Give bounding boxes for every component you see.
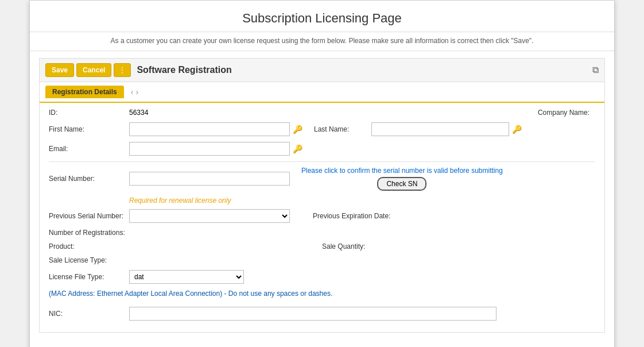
- tab-bar: Registration Details ‹ ›: [40, 82, 604, 103]
- check-sn-section: Please click to confirm the serial numbe…: [301, 167, 503, 191]
- prev-serial-select[interactable]: [129, 209, 290, 223]
- num-registrations-label: Number of Registrations:: [49, 229, 130, 237]
- page-subtitle: As a customer you can create your own li…: [30, 32, 614, 51]
- email-label: Email:: [49, 145, 129, 153]
- tab-prev-button[interactable]: ‹: [131, 87, 134, 97]
- tab-nav: ‹ ›: [131, 87, 138, 97]
- divider1: [49, 161, 595, 162]
- id-left: ID: 56334: [49, 109, 148, 117]
- license-file-type-select[interactable]: dat: [129, 270, 244, 284]
- expand-icon[interactable]: ⧉: [592, 65, 599, 75]
- num-registrations-row: Number of Registrations:: [49, 229, 595, 237]
- nic-label: NIC:: [49, 310, 129, 318]
- license-file-type-label: License File Type:: [49, 273, 129, 281]
- sale-license-type-label: Sale License Type:: [49, 256, 129, 264]
- license-file-row: License File Type: dat: [49, 270, 595, 284]
- mac-note-row: (MAC Address: Ethernet Adapter Local Are…: [49, 290, 595, 301]
- sale-quantity-label: Sale Quantity:: [322, 242, 402, 250]
- prev-expiry-label: Previous Expiration Date:: [301, 212, 395, 220]
- name-row: First Name: 🔑 Last Name: 🔑: [49, 122, 595, 136]
- page-wrapper: Subscription Licensing Page As a custome…: [29, 0, 615, 347]
- prev-serial-label: Previous Serial Number:: [49, 212, 129, 220]
- nic-input[interactable]: [129, 307, 496, 321]
- serial-number-label: Serial Number:: [49, 175, 129, 183]
- page-title: Subscription Licensing Page: [30, 1, 614, 32]
- serial-number-input[interactable]: [129, 172, 290, 186]
- last-name-input[interactable]: [371, 122, 509, 136]
- form-container: Save Cancel ⋮ Software Registration ⧉ Re…: [39, 58, 605, 333]
- product-row: Product: Sale Quantity:: [49, 242, 595, 250]
- form-body: ID: 56334 Company Name: First Name: 🔑 La…: [40, 103, 604, 332]
- id-value: 56334: [129, 109, 148, 117]
- serial-row: Serial Number: Please click to confirm t…: [49, 167, 595, 191]
- first-name-key-icon[interactable]: 🔑: [293, 125, 302, 134]
- form-header: Save Cancel ⋮ Software Registration ⧉: [40, 59, 604, 82]
- product-label: Product:: [49, 242, 129, 250]
- tab-registration-details[interactable]: Registration Details: [45, 86, 124, 98]
- mac-note: (MAC Address: Ethernet Adapter Local Are…: [49, 290, 332, 298]
- form-title: Software Registration: [137, 65, 231, 75]
- renewal-row: Required for renewal license only: [49, 196, 595, 207]
- tab-next-button[interactable]: ›: [135, 87, 138, 97]
- id-label: ID:: [49, 109, 129, 117]
- last-name-label: Last Name:: [302, 125, 371, 133]
- email-key-icon[interactable]: 🔑: [293, 144, 302, 153]
- check-sn-button[interactable]: Check SN: [377, 177, 426, 191]
- save-button[interactable]: Save: [45, 63, 74, 77]
- id-row: ID: 56334 Company Name:: [49, 109, 595, 117]
- email-input[interactable]: [129, 142, 290, 156]
- first-name-label: First Name:: [49, 125, 129, 133]
- renewal-note: Required for renewal license only: [129, 196, 231, 205]
- cancel-button[interactable]: Cancel: [76, 63, 111, 77]
- first-name-input[interactable]: [129, 122, 290, 136]
- last-name-key-icon[interactable]: 🔑: [512, 125, 522, 134]
- sale-license-row: Sale License Type:: [49, 256, 595, 264]
- more-button[interactable]: ⋮: [114, 63, 131, 77]
- nic-row: NIC:: [49, 307, 595, 321]
- check-sn-note: Please click to confirm the serial numbe…: [301, 167, 503, 175]
- company-name-label: Company Name:: [538, 109, 595, 117]
- email-row: Email: 🔑: [49, 142, 595, 156]
- prev-serial-row: Previous Serial Number: Previous Expirat…: [49, 209, 595, 223]
